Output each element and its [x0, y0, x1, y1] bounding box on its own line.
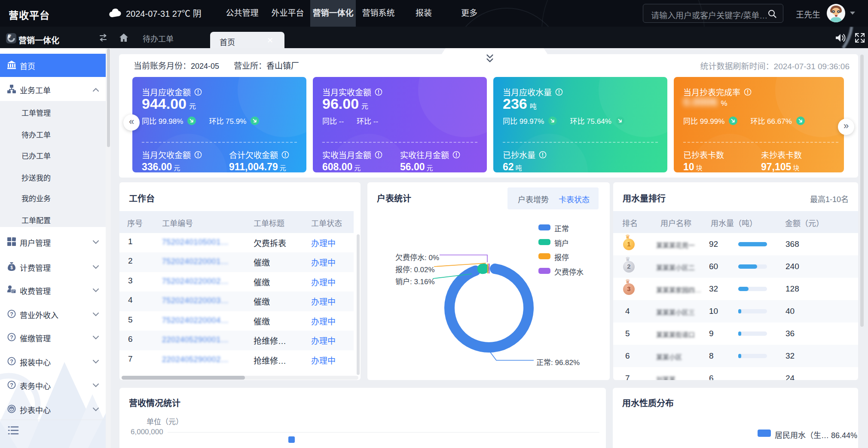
svg-text:?: ?: [10, 382, 13, 388]
svg-text:?: ?: [10, 334, 13, 341]
svg-text:$: $: [10, 265, 13, 270]
svg-text:?: ?: [10, 359, 13, 365]
svg-text:?: ?: [10, 311, 13, 317]
